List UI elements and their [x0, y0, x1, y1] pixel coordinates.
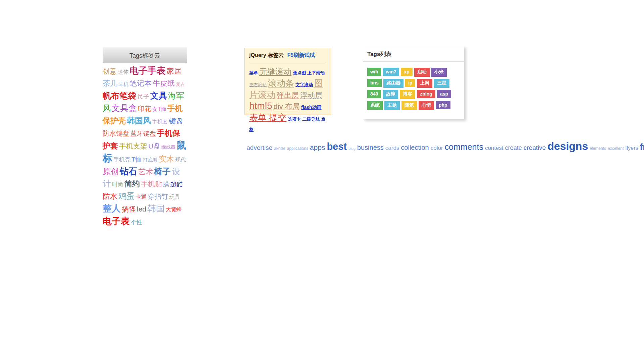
cn-tag-link[interactable]: 鸡蛋 — [118, 191, 135, 200]
cn-tag-link[interactable]: 键盘 — [169, 117, 183, 125]
en-tag-link[interactable]: free — [640, 142, 644, 152]
cn-tag-link[interactable]: 创意 — [103, 67, 117, 75]
en-tag-link[interactable]: cards — [385, 145, 399, 151]
tag-badge[interactable]: 博客 — [400, 90, 415, 99]
cn-tag-link[interactable]: 韩国 — [147, 203, 165, 214]
tag-badge[interactable]: bns — [367, 79, 382, 87]
cn-tag-link[interactable]: 手机壳 — [113, 157, 130, 163]
en-tag-link[interactable]: elements — [590, 146, 606, 151]
tag-badge[interactable]: 上网 — [417, 79, 432, 88]
en-tag-link[interactable]: apps — [310, 143, 325, 151]
en-tag-link[interactable]: contest — [485, 145, 503, 151]
jquery-tag-link[interactable]: 焦点图 — [293, 70, 306, 75]
en-tag-link[interactable]: creative — [524, 144, 546, 151]
cn-tag-link[interactable]: 迷你 — [118, 69, 128, 75]
cn-tag-link[interactable]: 手机贴 — [141, 180, 162, 188]
jquery-tag-link[interactable]: 左右滚动 — [249, 82, 267, 87]
cn-tag-link[interactable]: 现代 — [175, 157, 186, 163]
en-tag-link[interactable]: applications — [287, 146, 308, 151]
tag-badge[interactable]: win7 — [383, 68, 399, 76]
cn-tag-link[interactable]: 穿指钉 — [148, 193, 168, 200]
cn-tag-link[interactable]: 艺术 — [138, 168, 153, 176]
cn-tag-link[interactable]: 耳机 — [118, 81, 128, 87]
jquery-tag-link[interactable]: 菜单 — [249, 70, 258, 75]
cn-tag-link[interactable]: 尺子 — [137, 93, 149, 100]
cn-tag-link[interactable]: 椅子 — [154, 167, 171, 176]
cn-tag-link[interactable]: 个性 — [131, 219, 142, 226]
cn-tag-link[interactable]: 防水 — [103, 192, 117, 200]
jquery-tag-link[interactable]: div 布局 — [273, 102, 300, 111]
cn-tag-link[interactable]: 手机套 — [152, 119, 168, 124]
cn-tag-link[interactable]: 家居 — [167, 67, 181, 75]
en-tag-link[interactable]: best — [327, 141, 347, 152]
en-tag-link[interactable]: business — [357, 144, 384, 151]
cn-tag-link[interactable]: 帆布笔袋 — [103, 91, 136, 100]
en-tag-link[interactable]: advertise — [247, 144, 272, 151]
jquery-tag-link[interactable]: flash动画 — [301, 105, 322, 110]
tag-badge[interactable]: 主题 — [384, 101, 400, 110]
jquery-tag-link[interactable]: 弹出层 — [277, 91, 299, 100]
tag-badge[interactable]: asp — [437, 90, 451, 98]
tag-badge[interactable]: 随笔 — [401, 101, 417, 110]
en-tag-link[interactable]: blog — [348, 146, 356, 150]
cn-tag-link[interactable]: 手机支架 — [119, 142, 147, 150]
en-tag-link[interactable]: create — [505, 144, 522, 151]
tag-badge[interactable]: xp — [401, 68, 412, 76]
cn-tag-link[interactable]: 文具 — [150, 91, 167, 100]
tag-badge[interactable]: 心情 — [419, 101, 434, 110]
cn-tag-link[interactable]: T恤 — [131, 156, 142, 163]
en-tag-link[interactable]: excellent — [608, 146, 624, 151]
en-tag-link[interactable]: collection — [401, 144, 429, 151]
jquery-tag-link[interactable]: 文字滚动 — [296, 82, 313, 87]
en-tag-link[interactable]: flyers — [625, 145, 638, 151]
cn-tag-link[interactable]: 整人 — [103, 203, 121, 214]
en-tag-link[interactable]: akhter — [274, 146, 285, 151]
cn-tag-link[interactable]: 搞怪 — [122, 205, 136, 213]
tag-badge[interactable]: php — [436, 101, 450, 109]
tag-badge[interactable]: ip — [405, 79, 415, 87]
jquery-tag-link[interactable]: 浮动层 — [300, 91, 322, 100]
tag-badge[interactable]: 系统 — [367, 101, 383, 110]
tag-badge[interactable]: 路由器 — [383, 79, 404, 88]
cn-tag-link[interactable]: 打底裤 — [143, 157, 158, 163]
jquery-tag-link[interactable]: 滚动条 — [268, 78, 294, 88]
jquery-tag-link[interactable]: 二级导航 — [302, 117, 320, 122]
jquery-tag-link[interactable]: 表单 提交 — [249, 113, 286, 123]
cn-tag-link[interactable]: 超酷 — [170, 181, 183, 188]
cn-tag-link[interactable]: 卡通 — [136, 194, 147, 200]
cn-tag-link[interactable]: 实木 — [159, 155, 174, 163]
cn-tag-link[interactable]: 防水键盘 — [103, 130, 129, 137]
en-tag-link[interactable]: color — [431, 145, 443, 151]
cn-tag-link[interactable]: 电子手表 — [129, 66, 166, 76]
cn-tag-link[interactable]: 电子表 — [103, 216, 130, 226]
en-tag-link[interactable]: designs — [547, 140, 588, 152]
cn-tag-link[interactable]: 时尚 — [112, 181, 123, 188]
cn-tag-link[interactable]: 韩国风 — [127, 116, 151, 125]
cn-tag-link[interactable]: 绕线器 — [161, 144, 175, 149]
cn-tag-link[interactable]: 印花 — [138, 105, 151, 112]
tag-badge[interactable]: 故障 — [383, 90, 398, 99]
tag-badge[interactable]: 启动 — [414, 68, 430, 77]
tag-badge[interactable]: 840 — [367, 90, 381, 98]
cn-tag-link[interactable]: 玩具 — [169, 194, 180, 200]
jquery-tag-link[interactable]: 无缝滚动 — [259, 67, 291, 76]
cn-tag-link[interactable]: 蓝牙键盘 — [130, 130, 156, 137]
cn-tag-link[interactable]: 钻石 — [120, 166, 137, 176]
cn-tag-link[interactable]: 茶几 — [103, 79, 117, 87]
tag-badge[interactable]: 小米 — [431, 68, 447, 77]
cn-tag-link[interactable]: 复古 — [176, 81, 185, 87]
cn-tag-link[interactable]: 文具盒 — [112, 103, 137, 113]
tag-badge[interactable]: zblog — [417, 90, 435, 98]
tag-badge[interactable]: wifi — [367, 68, 381, 76]
cn-tag-link[interactable]: 膜 — [163, 181, 169, 188]
cn-tag-link[interactable]: U盘 — [148, 142, 160, 150]
cn-tag-link[interactable]: 牛皮纸 — [153, 79, 175, 87]
cn-tag-link[interactable]: 女T恤 — [152, 106, 166, 112]
tag-badge[interactable]: 三星 — [434, 79, 449, 88]
cn-tag-link[interactable]: 笔记本 — [129, 79, 152, 87]
jquery-tag-link[interactable]: html5 — [249, 101, 272, 111]
cn-tag-link[interactable]: 简约 — [124, 179, 140, 188]
en-tag-link[interactable]: comments — [445, 142, 483, 152]
jquery-tag-link[interactable]: 上下滚动 — [307, 70, 325, 75]
cn-tag-link[interactable]: 原创 — [103, 167, 119, 176]
